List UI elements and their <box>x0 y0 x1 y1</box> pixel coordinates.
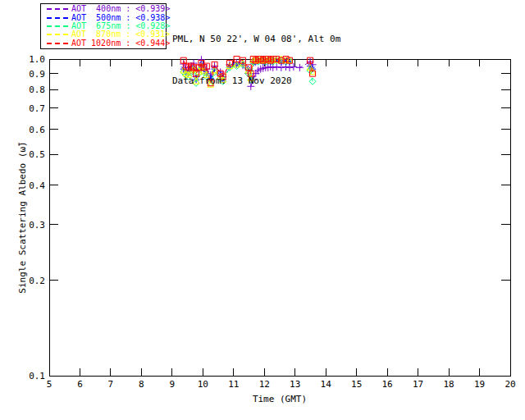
legend-entry-4: AOT 1020nm : <0.944> <box>41 39 166 48</box>
x-tick-label: 14 <box>321 379 332 390</box>
x-tick-label: 12 <box>259 379 270 390</box>
plot-header: PML, N 50 22', W 04 08', Alt 0m Data fro… <box>172 4 340 116</box>
x-tick-label: 7 <box>108 379 114 390</box>
y-tick-label: 0.7 <box>29 103 45 114</box>
y-tick-label: 1.0 <box>29 54 45 65</box>
x-tick-label: 17 <box>413 379 423 390</box>
y-tick-label: 0.8 <box>29 84 45 95</box>
legend: AOT 400nm : <0.939>AOT 500nm : <0.938>AO… <box>40 3 167 49</box>
data-date-text: Data from: 13 Nov 2020 <box>172 74 340 88</box>
y-axis-label: Single Scattering Albedo (ω̃) <box>17 141 28 293</box>
legend-entry-label: AOT 1020nm : <0.944> <box>71 39 170 48</box>
ssa-plot-screen: 5678910111213141516171819200.10.20.30.40… <box>0 0 525 420</box>
legend-dashed-line-sample <box>47 43 68 44</box>
y-tick-label: 0.1 <box>29 371 45 381</box>
x-axis-label: Time (GMT) <box>253 394 307 404</box>
legend-dashed-line-sample <box>47 25 68 27</box>
legend-dashed-line-sample <box>47 17 68 19</box>
site-location-text: PML, N 50 22', W 04 08', Alt 0m <box>172 32 340 46</box>
legend-entry-3: AOT 870nm : <0.931> <box>41 30 166 39</box>
x-tick-label: 8 <box>139 379 144 390</box>
y-tick-label: 0.5 <box>29 149 45 160</box>
x-tick-label: 5 <box>47 379 52 390</box>
x-tick-label: 15 <box>351 379 362 390</box>
y-tick-label: 0.6 <box>29 125 45 135</box>
legend-dashed-line-sample <box>47 8 68 10</box>
y-tick-label: 0.4 <box>29 180 45 191</box>
x-tick-label: 20 <box>504 379 515 390</box>
x-tick-label: 6 <box>77 379 83 390</box>
x-tick-label: 9 <box>170 379 176 390</box>
legend-dashed-line-sample <box>47 34 68 35</box>
x-tick-label: 10 <box>198 379 208 390</box>
y-tick-label: 0.3 <box>29 220 45 231</box>
y-tick-label: 0.9 <box>29 69 45 80</box>
x-tick-label: 16 <box>382 379 393 390</box>
x-tick-label: 18 <box>443 379 454 390</box>
legend-entry-label: AOT 400nm : <0.939> <box>71 5 170 13</box>
x-tick-label: 11 <box>228 379 239 390</box>
x-tick-label: 19 <box>474 379 485 390</box>
y-tick-label: 0.2 <box>29 276 45 286</box>
legend-entry-label: AOT 870nm : <0.931> <box>71 30 170 39</box>
x-tick-label: 13 <box>290 379 300 390</box>
legend-entry-0: AOT 400nm : <0.939> <box>41 5 166 13</box>
